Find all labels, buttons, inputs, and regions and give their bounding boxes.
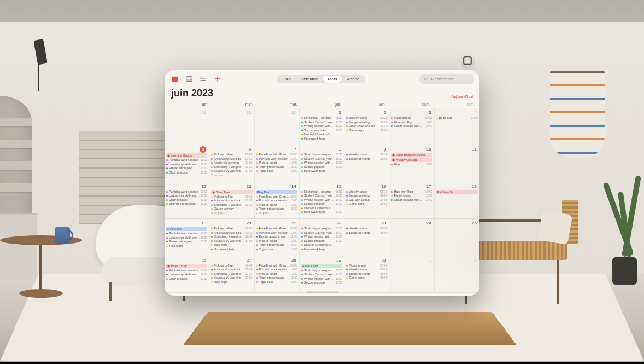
event[interactable]: Soccer practice17:00 xyxy=(301,281,342,285)
event[interactable]: Soccer practice17:00 xyxy=(301,239,342,243)
event[interactable]: Weekly status08:30 xyxy=(346,153,387,157)
day-cell[interactable]: 30Morning swim07:00Weekly status08:30Bud… xyxy=(344,256,389,293)
event[interactable]: Team presentation13:30 xyxy=(256,207,297,211)
day-cell[interactable]: 1Stretching + weights08:30Student Counci… xyxy=(300,108,344,145)
event[interactable]: Science fair presentati…17:30 xyxy=(166,202,207,206)
day-cell[interactable]: 2 xyxy=(435,256,479,293)
event[interactable]: FaceTime with Gran…08:00 xyxy=(256,153,297,157)
allday-event[interactable]: ◉ Melody Cheung xyxy=(391,158,432,162)
day-cell[interactable]: 23Weekly status08:30Budget meeting10:00 xyxy=(344,219,389,256)
event[interactable]: Writing session with…16:00 xyxy=(301,161,342,165)
today-button[interactable]: Aujourd'hui xyxy=(451,94,473,99)
event[interactable]: Presentation prep13:00 xyxy=(166,166,207,170)
day-cell[interactable]: 27Pick up coffee08:00Artist workshop kic… xyxy=(209,256,254,293)
event[interactable]: Student Council meet…16:00 xyxy=(301,273,342,276)
day-cell[interactable]: 8Stretching + weights08:30Student Counci… xyxy=(300,145,344,182)
event[interactable]: Couch delivery xyxy=(211,207,252,211)
day-cell[interactable]: 2Weekly status08:30Budget meeting10:00Cl… xyxy=(344,108,389,145)
event[interactable]: FaceTime with Gran…08:00 xyxy=(256,195,297,199)
event[interactable]: Pick up lunch12:00 xyxy=(256,272,297,276)
event[interactable]: Hike10:00 xyxy=(391,163,432,166)
event[interactable]: Morning swim07:00 xyxy=(346,264,387,268)
event[interactable]: Drop off Grandma's… xyxy=(301,243,342,247)
event[interactable]: Writing session with…16:00 xyxy=(301,124,342,128)
event[interactable]: Plant garden09:00 xyxy=(391,116,432,120)
event[interactable]: Weekly status08:30 xyxy=(346,268,387,271)
event[interactable]: FaceTime with Gran…08:00 xyxy=(256,227,297,230)
event[interactable]: Leadership skills work…11:00 xyxy=(166,273,207,276)
window-grabber[interactable] xyxy=(306,291,338,293)
event[interactable]: Call with Lupita14:00 xyxy=(346,198,387,202)
event[interactable]: Artist workshop kick…09:30 xyxy=(211,157,252,161)
event[interactable]: Guitar lessons with…15:00 xyxy=(391,124,432,128)
event[interactable]: Portfolio work session10:00 xyxy=(166,232,207,235)
event[interactable]: Leadership skills work…11:00 xyxy=(166,194,207,198)
event[interactable]: Drop off Grandma's… xyxy=(301,206,342,210)
event[interactable]: Stretching + weights08:30 xyxy=(301,269,342,273)
day-cell[interactable]: 26◉ Brian CareyPortfolio work session10:… xyxy=(165,256,209,293)
event[interactable]: Stretching + weights08:30 xyxy=(301,190,342,194)
event[interactable]: Homework help xyxy=(211,247,252,251)
event[interactable]: Weekly status08:30 xyxy=(346,227,387,230)
event[interactable]: Student Council meet…16:00 xyxy=(301,231,342,235)
event[interactable]: Dentist appointment11:00 xyxy=(256,235,297,239)
day-cell[interactable]: 14Flag DayFaceTime with Gran…08:00Portfo… xyxy=(255,182,300,219)
event[interactable]: Portfolio work session10:00 xyxy=(256,199,297,203)
day-cell[interactable]: 22Stretching + weights08:30Student Counc… xyxy=(300,219,344,256)
event[interactable]: Student Council meet…16:00 xyxy=(301,157,342,161)
seg-day[interactable]: Jour xyxy=(277,76,296,83)
event[interactable]: Presentation prep13:00 xyxy=(166,240,207,244)
event[interactable]: Taco night xyxy=(166,244,207,248)
event[interactable]: Pick up coffee08:00 xyxy=(211,153,252,157)
event[interactable]: Budget meeting10:00 xyxy=(346,194,387,198)
event[interactable]: Team presentation13:30 xyxy=(256,243,297,247)
seg-year[interactable]: Année xyxy=(342,76,364,83)
event[interactable]: Hike with Rigo10:00 xyxy=(391,120,432,124)
more-events[interactable]: 2 de plus... xyxy=(211,211,252,215)
more-events[interactable]: 2 de plus... xyxy=(211,174,252,177)
event[interactable]: Homework help xyxy=(301,137,342,141)
event[interactable]: Hike with Rigo10:00 xyxy=(391,190,432,194)
event[interactable]: Portfolio work session10:00 xyxy=(256,157,297,161)
event[interactable]: Taco night xyxy=(211,280,252,284)
day-cell[interactable]: 3Plant garden09:00Hike with Rigo10:00Gui… xyxy=(389,108,434,145)
seg-month[interactable]: Mois xyxy=(323,76,342,83)
day-cell[interactable]: 16Weekly status08:30Budget meeting10:00C… xyxy=(344,182,389,219)
event[interactable]: Choir practice17:30 xyxy=(166,198,207,202)
event[interactable]: Budget meeting10:00 xyxy=(346,272,387,276)
event[interactable]: Leadership skills work…11:00 xyxy=(166,236,207,240)
allday-event[interactable]: ◉ Brian Tran xyxy=(211,190,252,194)
day-cell[interactable]: 1 xyxy=(389,256,434,293)
day-cell[interactable]: 6Pick up coffee08:00Artist workshop kick… xyxy=(209,145,254,182)
day-cell[interactable]: 18Rainbow 5K xyxy=(435,182,479,219)
event[interactable]: Yoga class16:00 xyxy=(256,169,297,173)
event[interactable]: Weekly status08:30 xyxy=(346,116,387,120)
event[interactable]: Homework help19:00 xyxy=(301,210,342,214)
event[interactable]: Leadership skills work…11:00 xyxy=(166,163,207,166)
event[interactable]: Game night19:00 xyxy=(346,276,387,280)
event[interactable]: Keynote by Jasmine17:00 xyxy=(211,239,252,243)
event[interactable]: Stretching + weights08:30 xyxy=(301,153,342,157)
event[interactable]: Keynote by Jasmine17:00 xyxy=(211,169,252,173)
event[interactable]: Pick up coffee08:00 xyxy=(211,227,252,230)
event[interactable]: Pick up lunch12:00 xyxy=(256,203,297,207)
event[interactable]: Class show-and-tell13:30 xyxy=(346,124,387,128)
event[interactable]: Weekly status08:30 xyxy=(346,190,387,194)
event[interactable]: Stretching + weights13:30 xyxy=(211,203,252,207)
event[interactable]: Pick up lunch12:00 xyxy=(256,161,297,165)
allday-event[interactable]: Rainbow 5K xyxy=(436,190,478,194)
day-cell[interactable]: 25 xyxy=(435,219,479,256)
day-cell[interactable]: 21FaceTime with Gran…08:00Portfolio work… xyxy=(255,219,300,256)
event[interactable]: Team presentation13:30 xyxy=(256,165,297,169)
seg-week[interactable]: Semaine xyxy=(296,76,323,83)
event[interactable]: Portfolio work session10:00 xyxy=(256,231,297,235)
day-cell[interactable]: 15Stretching + weights08:30Student Counc… xyxy=(300,182,344,219)
event[interactable]: Academic advising11:00 xyxy=(211,161,252,165)
calendar-icon[interactable] xyxy=(170,74,180,84)
event[interactable]: Portfolio work session10:00 xyxy=(166,158,207,162)
event[interactable]: Homework help xyxy=(301,169,342,173)
allday-event[interactable]: Flag Day xyxy=(256,190,297,194)
day-cell[interactable]: 9Weekly status08:30Budget meeting10:00 xyxy=(344,145,389,182)
inbox-icon[interactable] xyxy=(184,74,194,84)
day-cell[interactable]: 5◉ Jasmine GarciaPortfolio work session1… xyxy=(165,145,209,182)
